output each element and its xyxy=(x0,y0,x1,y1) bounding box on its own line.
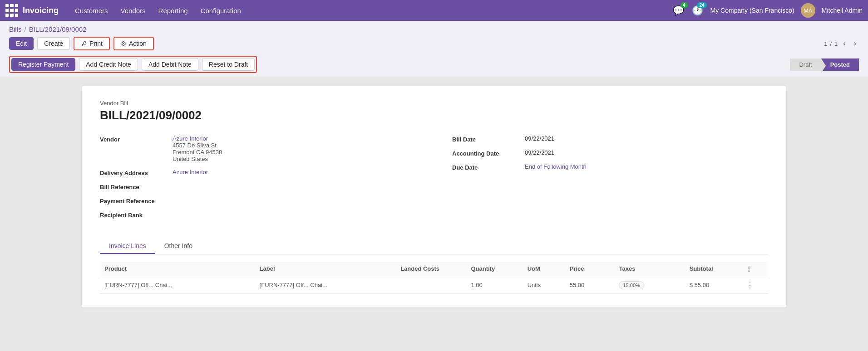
vendor-name[interactable]: Azure Interior xyxy=(173,135,208,142)
tax-badge[interactable]: 15.00% xyxy=(619,281,644,289)
action-button[interactable]: ⚙ Action xyxy=(113,37,154,50)
tabs-bar: Invoice Lines Other Info xyxy=(100,239,768,254)
pagination-prev[interactable]: ‹ xyxy=(840,39,848,49)
payment-reference-row: Payment Reference xyxy=(100,197,416,205)
col-header-taxes: Taxes xyxy=(614,262,685,276)
cell-label: [FURN-7777] Off... Chai... xyxy=(255,276,396,294)
doc-right-fields: Bill Date 09/22/2021 Accounting Date 09/… xyxy=(434,135,768,225)
print-label: Print xyxy=(89,40,103,47)
bill-date-label: Bill Date xyxy=(452,135,525,143)
gear-icon: ⚙ xyxy=(121,40,127,47)
messages-count: 4 xyxy=(681,2,688,8)
row-menu-icon[interactable]: ⋮ xyxy=(746,280,754,289)
toolbar: Edit Create 🖨 Print ⚙ Action 1 / 1 ‹ › xyxy=(0,33,868,54)
breadcrumb: Bills / BILL/2021/09/0002 xyxy=(0,21,868,33)
bill-reference-label: Bill Reference xyxy=(100,183,173,190)
bill-date-row: Bill Date 09/22/2021 xyxy=(452,135,768,143)
vendor-value: Azure Interior 4557 De Silva St Fremont … xyxy=(173,135,222,162)
document-fields: Vendor Azure Interior 4557 De Silva St F… xyxy=(100,135,768,225)
vendor-label: Vendor xyxy=(100,135,173,143)
cell-price: 55.00 xyxy=(565,276,615,294)
due-date-label: Due Date xyxy=(452,163,525,171)
accounting-date-value[interactable]: 09/22/2021 xyxy=(525,149,554,156)
action-buttons-group: Register Payment Add Credit Note Add Deb… xyxy=(9,56,257,73)
col-header-price: Price xyxy=(565,262,615,276)
col-header-menu: ⋮ xyxy=(741,262,768,276)
messages-badge[interactable]: 💬 4 xyxy=(672,4,685,17)
accounting-date-row: Accounting Date 09/22/2021 xyxy=(452,149,768,157)
reset-to-draft-button[interactable]: Reset to Draft xyxy=(202,58,255,71)
cell-menu[interactable]: ⋮ xyxy=(741,276,768,294)
menu-reporting[interactable]: Reporting xyxy=(153,4,193,17)
status-posted-label: Posted xyxy=(830,61,850,68)
bill-date-value[interactable]: 09/22/2021 xyxy=(525,135,554,142)
register-payment-button[interactable]: Register Payment xyxy=(11,58,75,71)
breadcrumb-separator: / xyxy=(25,25,26,33)
tab-other-info[interactable]: Other Info xyxy=(155,239,202,254)
vendor-address1: 4557 De Silva St xyxy=(173,142,222,149)
breadcrumb-current: BILL/2021/09/0002 xyxy=(29,25,87,33)
activity-count: 24 xyxy=(697,2,706,8)
pagination-current: 1 xyxy=(824,40,827,47)
user-name[interactable]: Mitchell Admin xyxy=(822,7,863,14)
avatar-initials: MA xyxy=(804,7,813,14)
due-date-value[interactable]: End of Following Month xyxy=(525,163,587,170)
add-debit-note-button[interactable]: Add Debit Note xyxy=(142,58,198,71)
top-menu: Customers Vendors Reporting Configuratio… xyxy=(69,4,672,17)
pagination: 1 / 1 ‹ › xyxy=(824,39,859,49)
cell-uom: Units xyxy=(523,276,565,294)
toolbar-pagination: 1 / 1 ‹ › xyxy=(824,39,859,49)
user-avatar[interactable]: MA xyxy=(801,3,815,18)
document-type: Vendor Bill xyxy=(100,100,768,107)
accounting-date-label: Accounting Date xyxy=(452,149,525,157)
cell-landed xyxy=(396,276,466,294)
recipient-bank-row: Recipient Bank xyxy=(100,211,416,219)
delivery-address-row: Delivery Address Azure Interior xyxy=(100,169,416,176)
col-header-quantity: Quantity xyxy=(466,262,523,276)
app-grid-icon[interactable] xyxy=(5,4,18,17)
document-card: Vendor Bill BILL/2021/09/0002 Vendor Azu… xyxy=(82,86,786,307)
due-date-row: Due Date End of Following Month xyxy=(452,163,768,171)
col-header-subtotal: Subtotal xyxy=(685,262,741,276)
pagination-total: 1 xyxy=(834,40,838,47)
top-navigation: Invoicing Customers Vendors Reporting Co… xyxy=(0,0,868,21)
create-button[interactable]: Create xyxy=(37,37,70,50)
document-number: BILL/2021/09/0002 xyxy=(100,108,768,122)
vendor-country[interactable]: United States xyxy=(173,156,222,162)
col-header-uom: UoM xyxy=(523,262,565,276)
app-title[interactable]: Invoicing xyxy=(23,6,59,15)
menu-customers[interactable]: Customers xyxy=(69,4,113,17)
edit-button[interactable]: Edit xyxy=(9,37,34,50)
bill-reference-row: Bill Reference xyxy=(100,183,416,190)
top-nav-right: 💬 4 🕐 24 My Company (San Francisco) MA M… xyxy=(672,3,863,18)
vendor-address2: Fremont CA 94538 xyxy=(173,149,222,156)
menu-vendors[interactable]: Vendors xyxy=(115,4,151,17)
breadcrumb-parent[interactable]: Bills xyxy=(9,25,22,33)
pagination-sep: / xyxy=(830,40,832,47)
cell-quantity: 1.00 xyxy=(466,276,523,294)
table-row: [FURN-7777] Off... Chai... [FURN-7777] O… xyxy=(100,276,768,294)
vendor-field-row: Vendor Azure Interior 4557 De Silva St F… xyxy=(100,135,416,162)
col-header-landed: Landed Costs xyxy=(396,262,466,276)
status-draft[interactable]: Draft xyxy=(790,58,821,71)
doc-left-fields: Vendor Azure Interior 4557 De Silva St F… xyxy=(100,135,434,225)
tab-invoice-lines[interactable]: Invoice Lines xyxy=(100,239,155,254)
print-icon: 🖨 xyxy=(81,40,87,47)
main-content: Vendor Bill BILL/2021/09/0002 Vendor Azu… xyxy=(0,77,868,317)
delivery-address-label: Delivery Address xyxy=(100,169,173,176)
cell-taxes: 15.00% xyxy=(614,276,685,294)
menu-configuration[interactable]: Configuration xyxy=(195,4,247,17)
invoice-table: Product Label Landed Costs Quantity UoM xyxy=(100,262,768,294)
delivery-address-value[interactable]: Azure Interior xyxy=(173,169,208,176)
status-posted[interactable]: Posted xyxy=(821,58,859,71)
pagination-next[interactable]: › xyxy=(851,39,859,49)
action-label: Action xyxy=(129,40,147,47)
print-button[interactable]: 🖨 Print xyxy=(74,37,110,50)
col-header-label: Label xyxy=(255,262,396,276)
col-header-product: Product xyxy=(100,262,255,276)
activity-badge[interactable]: 🕐 24 xyxy=(691,4,704,17)
company-name: My Company (San Francisco) xyxy=(710,7,794,14)
add-credit-note-button[interactable]: Add Credit Note xyxy=(79,58,138,71)
recipient-bank-label: Recipient Bank xyxy=(100,211,173,219)
cell-product[interactable]: [FURN-7777] Off... Chai... xyxy=(100,276,255,294)
